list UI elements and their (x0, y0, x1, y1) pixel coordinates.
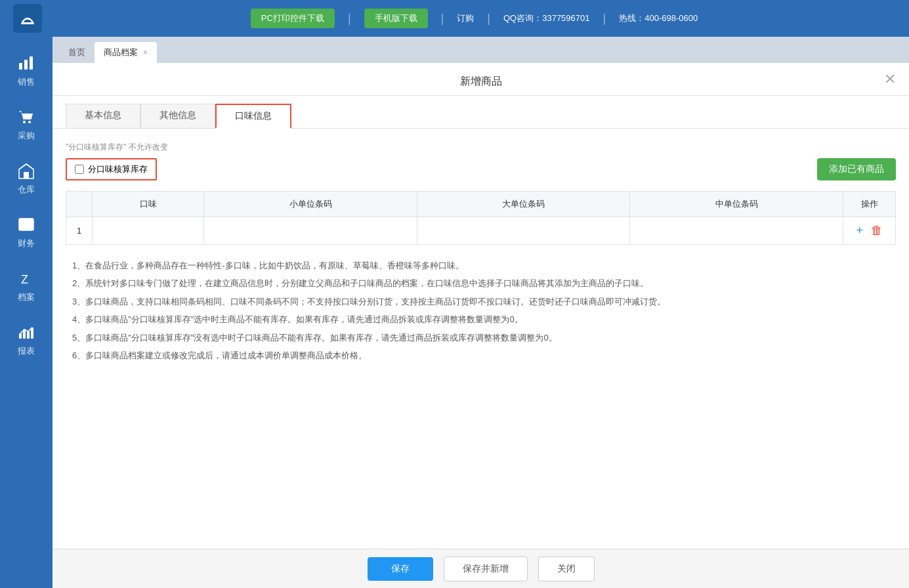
tab-home-label: 首页 (68, 47, 85, 58)
sidebar-item-sales[interactable]: 销售 (0, 43, 53, 97)
row-small-barcode (204, 217, 417, 245)
reports-icon (16, 322, 37, 343)
col-large-barcode-header: 大单位条码 (417, 192, 630, 217)
sep2: | (441, 12, 444, 26)
sidebar-item-records[interactable]: Z 档案 (0, 259, 53, 312)
finance-icon: ¥ (16, 214, 37, 235)
order-link[interactable]: 订购 (457, 12, 474, 24)
close-button[interactable]: 关闭 (538, 556, 595, 581)
svg-rect-3 (19, 63, 22, 70)
dialog-header: 新增商品 ✕ (53, 63, 909, 96)
sep3: | (487, 12, 490, 26)
row-delete-icon[interactable]: 🗑 (871, 224, 883, 237)
table-row: 1 + 🗑 (66, 217, 896, 245)
sidebar-label-finance: 财务 (18, 238, 35, 249)
sidebar-label-reports: 报表 (18, 345, 35, 357)
svg-rect-15 (31, 327, 33, 339)
pc-download-btn[interactable]: PC打印控件下载 (251, 9, 335, 28)
page-content: 新增商品 ✕ 基本信息 其他信息 口味信息 "分口味核算库存" 不允许改变 (53, 63, 909, 588)
note-4: 4、多口味商品"分口味核算库存"选中时主商品不能有库存。如果有库存，请先通过商品… (72, 312, 889, 327)
sidebar-label-records: 档案 (18, 291, 35, 303)
dialog-close-icon[interactable]: ✕ (884, 71, 896, 88)
warehouse-icon (16, 160, 37, 181)
tab-basic-label: 基本信息 (85, 110, 121, 120)
sidebar-item-purchase[interactable]: 采购 (0, 97, 53, 151)
row-flavor (93, 217, 204, 245)
tab-close-icon[interactable]: × (143, 48, 148, 57)
tab-home[interactable]: 首页 (59, 42, 95, 63)
qq-label: QQ咨询：3377596701 (503, 12, 590, 24)
note-1: 1、在食品行业，多种商品存在一种特性-多口味，比如牛奶饮品，有原味、草莓味、香橙… (72, 258, 889, 273)
dialog-title: 新增商品 (460, 75, 502, 87)
content-area: 首页 商品档案 × 新增商品 ✕ 基本信息 其他信息 (53, 37, 909, 588)
sep4: | (603, 12, 606, 26)
col-medium-barcode-header: 中单位条码 (630, 192, 843, 217)
hotline-label: 热线：400-698-0600 (619, 12, 698, 24)
row-medium-barcode (630, 217, 843, 245)
row-add-icon[interactable]: + (856, 224, 863, 237)
hint-text: "分口味核算库存" 不允许改变 (66, 142, 896, 153)
sidebar-item-reports[interactable]: 报表 (0, 312, 53, 366)
tab-product-label: 商品档案 (104, 47, 138, 58)
main-layout: 销售 采购 仓库 ¥ 财务 Z 档案 (0, 37, 909, 588)
topbar-center: PC打印控件下载 | 手机版下载 | 订购 | QQ咨询：3377596701 … (53, 9, 896, 28)
tab-other-label: 其他信息 (159, 110, 196, 120)
svg-rect-5 (30, 56, 33, 70)
sidebar-label-sales: 销售 (18, 76, 35, 88)
sidebar: 销售 采购 仓库 ¥ 财务 Z 档案 (0, 37, 53, 588)
svg-rect-14 (27, 331, 30, 339)
add-existing-product-btn[interactable]: 添加已有商品 (817, 158, 896, 180)
sidebar-label-warehouse: 仓库 (18, 184, 35, 196)
form-tabs: 基本信息 其他信息 口味信息 (53, 96, 909, 129)
save-button[interactable]: 保存 (368, 557, 433, 581)
row-large-barcode (417, 217, 630, 245)
mobile-download-btn[interactable]: 手机版下载 (364, 9, 428, 28)
flavor-stock-checkbox[interactable] (75, 165, 84, 174)
note-6: 6、多口味商品档案建立或修改完成后，请通过成本调价单调整商品成本价格。 (72, 348, 889, 363)
checkbox-and-btn-row: 分口味核算库存 添加已有商品 (66, 158, 896, 191)
flavor-stock-checkbox-row: 分口味核算库存 (66, 158, 157, 180)
sidebar-item-warehouse[interactable]: 仓库 (0, 151, 53, 205)
col-small-barcode-header: 小单位条码 (204, 192, 417, 217)
tab-flavor-label: 口味信息 (235, 110, 272, 121)
notes-section: 1、在食品行业，多种商品存在一种特性-多口味，比如牛奶饮品，有原味、草莓味、香橙… (66, 258, 896, 363)
form-footer: 保存 保存并新增 关闭 (53, 549, 909, 588)
row-index: 1 (66, 217, 93, 245)
tab-bar: 首页 商品档案 × (53, 37, 909, 63)
tab-basic-info[interactable]: 基本信息 (66, 104, 140, 128)
svg-rect-4 (24, 60, 28, 70)
svg-rect-1 (21, 22, 34, 24)
col-action-header: 操作 (843, 192, 896, 217)
svg-rect-8 (24, 172, 29, 178)
flavor-table: 口味 小单位条码 大单位条码 中单位条码 操作 1 (66, 191, 896, 245)
svg-rect-2 (25, 18, 30, 20)
svg-rect-12 (19, 333, 22, 339)
logo (13, 4, 42, 33)
sales-icon (16, 52, 37, 74)
svg-text:Z: Z (21, 273, 28, 286)
svg-point-7 (28, 121, 31, 123)
svg-text:¥: ¥ (22, 220, 28, 230)
col-index (66, 192, 93, 217)
sidebar-label-purchase: 采购 (18, 130, 35, 142)
save-and-new-button[interactable]: 保存并新增 (444, 556, 528, 581)
col-flavor-header: 口味 (93, 192, 204, 217)
tab-product[interactable]: 商品档案 × (95, 42, 157, 63)
svg-point-6 (23, 121, 26, 123)
note-3: 3、多口味商品，支持口味相同条码相同、口味不同条码不同；不支持按口味分别订货，支… (72, 294, 889, 309)
row-actions: + 🗑 (843, 217, 896, 245)
purchase-icon (16, 106, 37, 127)
sidebar-item-finance[interactable]: ¥ 财务 (0, 205, 53, 259)
tab-other-info[interactable]: 其他信息 (140, 104, 215, 128)
tab-flavor-info[interactable]: 口味信息 (215, 104, 291, 129)
sep1: | (348, 12, 351, 26)
form-body: "分口味核算库存" 不允许改变 分口味核算库存 添加已有商品 口味 小单位条码 (53, 129, 909, 549)
flavor-stock-label: 分口味核算库存 (88, 163, 148, 175)
note-5: 5、多口味商品"分口味核算库存"没有选中时子口味商品不能有库存。如果有库存，请先… (72, 330, 889, 345)
note-2: 2、系统针对多口味专门做了处理，在建立商品信息时，分别建立父商品和子口味商品的档… (72, 276, 889, 291)
topbar: PC打印控件下载 | 手机版下载 | 订购 | QQ咨询：3377596701 … (0, 0, 909, 37)
records-icon: Z (16, 268, 37, 289)
